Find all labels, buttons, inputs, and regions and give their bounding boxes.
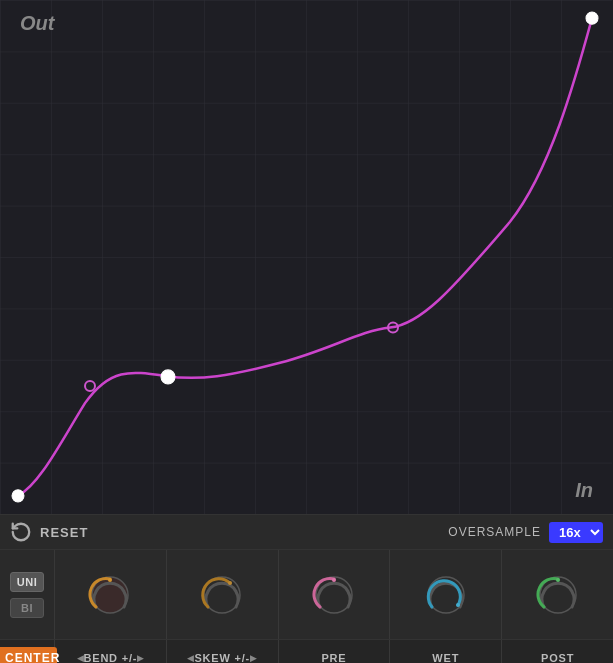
- svg-point-5: [228, 581, 232, 585]
- control-point-3: [161, 370, 175, 384]
- main-container: Out In: [0, 0, 613, 663]
- bend-label-cell: ◀ BEND +/- ▶: [55, 640, 167, 663]
- skew-right-arrow[interactable]: ▶: [250, 653, 257, 663]
- skew-left-arrow[interactable]: ◀: [187, 653, 194, 663]
- control-point-5: [586, 12, 598, 24]
- bend-knob[interactable]: [88, 573, 132, 617]
- svg-point-3: [108, 578, 112, 582]
- wet-knob[interactable]: [424, 573, 468, 617]
- skew-label: SKEW +/-: [194, 652, 250, 663]
- wet-label-cell: WET: [390, 640, 502, 663]
- pre-knob[interactable]: [312, 573, 356, 617]
- bi-button[interactable]: BI: [10, 598, 44, 618]
- oversample-label: OVERSAMPLE: [448, 525, 541, 539]
- knobs-row: UNI BI: [0, 550, 613, 640]
- graph-canvas: [0, 0, 613, 514]
- labels-row: CENTER ◀ BEND +/- ▶ ◀ SKEW +/- ▶ PRE WET: [0, 640, 613, 663]
- svg-point-9: [456, 603, 460, 607]
- wet-knob-cell: [390, 550, 502, 639]
- pre-knob-cell: [279, 550, 391, 639]
- center-cell: CENTER: [0, 640, 55, 663]
- svg-point-7: [332, 578, 336, 582]
- post-knob[interactable]: [536, 573, 580, 617]
- center-button[interactable]: CENTER: [0, 647, 57, 663]
- post-label: POST: [541, 652, 574, 663]
- graph-label-in: In: [575, 479, 593, 502]
- wet-label: WET: [432, 652, 459, 663]
- graph-area: Out In: [0, 0, 613, 515]
- svg-rect-1: [0, 0, 612, 514]
- bend-left-arrow[interactable]: ◀: [77, 653, 84, 663]
- reset-group: RESET: [10, 521, 88, 543]
- bend-knob-cell: [55, 550, 167, 639]
- post-knob-cell: [502, 550, 613, 639]
- bottom-controls: UNI BI: [0, 550, 613, 663]
- reset-icon[interactable]: [10, 521, 32, 543]
- uni-button[interactable]: UNI: [10, 572, 44, 592]
- skew-label-cell: ◀ SKEW +/- ▶: [167, 640, 279, 663]
- bend-right-arrow[interactable]: ▶: [137, 653, 144, 663]
- graph-label-out: Out: [20, 12, 54, 35]
- pre-label-cell: PRE: [279, 640, 391, 663]
- bend-label: BEND +/-: [84, 652, 138, 663]
- svg-point-11: [556, 578, 560, 582]
- post-label-cell: POST: [502, 640, 613, 663]
- oversample-select[interactable]: 1x 2x 4x 8x 16x: [549, 522, 603, 543]
- skew-knob-cell: [167, 550, 279, 639]
- oversample-group: OVERSAMPLE 1x 2x 4x 8x 16x: [448, 522, 603, 543]
- pre-label: PRE: [321, 652, 346, 663]
- skew-knob[interactable]: [200, 573, 244, 617]
- control-point-1: [12, 490, 24, 502]
- reset-label: RESET: [40, 525, 88, 540]
- controls-bar: RESET OVERSAMPLE 1x 2x 4x 8x 16x: [0, 515, 613, 550]
- uni-bi-cell: UNI BI: [0, 550, 55, 639]
